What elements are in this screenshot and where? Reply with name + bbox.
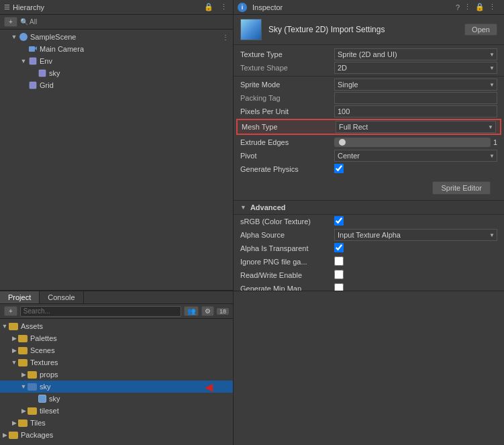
arrow-tiles: ▶ xyxy=(9,419,19,426)
srgb-checkbox[interactable] xyxy=(334,216,344,226)
inspector-help-btn[interactable]: ? xyxy=(456,3,460,11)
project-item-props[interactable]: ▶ props xyxy=(0,368,233,381)
arrow-palettes: ▶ xyxy=(9,335,19,342)
project-toolbar: + 👥 ⚙ 18 xyxy=(0,304,233,319)
project-search-input[interactable] xyxy=(20,306,181,317)
project-add-btn[interactable]: + xyxy=(4,306,17,316)
label-tileset: tileset xyxy=(40,407,59,415)
read-write-label: Read/Write Enable xyxy=(240,271,334,279)
project-item-scenes[interactable]: ▶ Scenes xyxy=(0,344,233,356)
project-filter-btn[interactable]: ⚙ xyxy=(201,306,214,316)
generate-physics-label: Generate Physics xyxy=(240,165,334,173)
project-item-sky-folder[interactable]: ▼ sky ◀ xyxy=(0,381,233,393)
project-item-textures[interactable]: ▼ Textures xyxy=(0,356,233,368)
hierarchy-item-samplescene[interactable]: ▼ SampleScene ⋮ xyxy=(0,31,233,43)
sky-sprite-icon xyxy=(38,394,47,403)
hierarchy-item-grid[interactable]: Grid xyxy=(0,79,233,91)
hierarchy-lock-btn[interactable]: 🔒 xyxy=(203,3,215,11)
sprite-editor-btn[interactable]: Sprite Editor xyxy=(432,181,491,195)
hierarchy-title: Hierarchy xyxy=(13,3,200,11)
sky-icon xyxy=(38,68,47,78)
extrude-edges-row: Extrude Edges 1 xyxy=(234,136,504,149)
grid-icon xyxy=(28,81,38,90)
hierarchy-more-btn[interactable]: ⋮ xyxy=(219,3,229,11)
project-tree: ▼ Assets ▶ Palettes ▶ xyxy=(0,319,233,445)
extrude-edges-value: 1 xyxy=(493,138,497,146)
pivot-select[interactable]: Center xyxy=(334,150,497,162)
texture-type-dropdown[interactable]: Sprite (2D and UI) xyxy=(334,48,497,60)
packing-tag-label: Packing Tag xyxy=(240,94,334,102)
project-item-palettes[interactable]: ▶ Palettes xyxy=(0,332,233,344)
console-tab[interactable]: Console xyxy=(40,291,83,303)
inspector-settings-btn[interactable]: ⋮ xyxy=(464,3,471,11)
hierarchy-item-env[interactable]: ▼ Env xyxy=(0,55,233,67)
hierarchy-item-sky[interactable]: sky xyxy=(0,67,233,79)
generate-mip-checkbox[interactable] xyxy=(334,283,344,291)
sprite-mode-dropdown[interactable]: Single xyxy=(334,79,497,91)
texture-shape-label: Texture Shape xyxy=(240,64,334,72)
palettes-folder-icon xyxy=(19,334,28,343)
label-sky-folder: sky xyxy=(40,383,51,391)
pixels-per-unit-input[interactable] xyxy=(334,105,497,117)
read-write-row: Read/Write Enable xyxy=(234,268,504,282)
alpha-source-select[interactable]: Input Texture Alpha xyxy=(334,229,497,241)
assets-folder-icon xyxy=(9,322,19,331)
project-collab-btn[interactable]: 👥 xyxy=(184,306,199,316)
alpha-transparent-checkbox[interactable] xyxy=(334,243,344,252)
generate-mip-row: Generate Mip Map xyxy=(234,282,504,291)
sprite-mode-row: Sprite Mode Single xyxy=(234,78,504,91)
open-button[interactable]: Open xyxy=(464,23,497,36)
inspector-header: i Inspector ? ⋮ 🔒 ⋮ xyxy=(234,0,504,15)
arrow-props: ▶ xyxy=(19,371,28,378)
inspector-more-btn[interactable]: ⋮ xyxy=(489,3,496,11)
mesh-type-label: Mesh Type xyxy=(242,123,336,131)
read-write-checkbox[interactable] xyxy=(334,270,344,279)
alpha-transparent-row: Alpha Is Transparent xyxy=(234,242,504,255)
packing-tag-input[interactable] xyxy=(334,92,497,104)
project-item-tiles[interactable]: ▶ Tiles xyxy=(0,417,233,429)
inspector-asset-header: Sky (Texture 2D) Import Settings Open xyxy=(234,15,504,45)
alpha-source-dropdown[interactable]: Input Texture Alpha xyxy=(334,229,497,241)
project-item-sky-sprite[interactable]: sky xyxy=(0,393,233,405)
sprite-mode-select[interactable]: Single xyxy=(334,79,497,91)
inspector-title: Inspector xyxy=(252,3,351,11)
ignore-png-checkbox[interactable] xyxy=(334,256,344,266)
scene-more-icon[interactable]: ⋮ xyxy=(222,34,229,41)
advanced-section-header[interactable]: ▼ Advanced xyxy=(234,200,504,215)
sprite-mode-label: Sprite Mode xyxy=(240,81,334,89)
pixels-per-unit-row: Pixels Per Unit xyxy=(234,105,504,118)
tiles-folder-icon xyxy=(19,418,28,428)
texture-shape-select[interactable]: 2D xyxy=(334,62,497,74)
hierarchy-tree: ▼ SampleScene ⋮ Main Camera xyxy=(0,30,233,290)
texture-shape-row: Texture Shape 2D xyxy=(234,61,504,75)
pixels-per-unit-label: Pixels Per Unit xyxy=(240,107,334,115)
project-tab[interactable]: Project xyxy=(0,291,40,303)
texture-type-row: Texture Type Sprite (2D and UI) xyxy=(234,48,504,61)
texture-type-select[interactable]: Sprite (2D and UI) xyxy=(334,48,497,60)
mesh-type-row: Mesh Type Full Rect xyxy=(236,119,501,135)
red-arrow-indicator: ◀ xyxy=(205,381,213,393)
arrow-scenes: ▶ xyxy=(9,347,19,354)
generate-mip-label: Generate Mip Map xyxy=(240,285,334,291)
extrude-edges-slider[interactable] xyxy=(334,138,491,147)
project-badge: 18 xyxy=(217,308,229,315)
hierarchy-add-btn[interactable]: + xyxy=(4,17,17,27)
mesh-type-dropdown[interactable]: Full Rect xyxy=(336,121,496,133)
mesh-type-select[interactable]: Full Rect xyxy=(336,121,496,133)
texture-shape-dropdown[interactable]: 2D xyxy=(334,62,497,74)
arrow-assets: ▼ xyxy=(0,323,9,330)
inspector-lock-btn[interactable]: 🔒 xyxy=(475,3,485,11)
svg-rect-0 xyxy=(29,46,35,52)
generate-physics-checkbox[interactable] xyxy=(334,164,344,173)
label-props: props xyxy=(40,370,58,379)
project-item-packages[interactable]: ▶ Packages xyxy=(0,429,233,441)
props-folder-icon xyxy=(28,370,38,379)
arrow-textures: ▼ xyxy=(9,359,19,366)
project-item-tileset[interactable]: ▶ tileset xyxy=(0,405,233,417)
hierarchy-item-main-camera[interactable]: Main Camera xyxy=(0,43,233,55)
pivot-dropdown[interactable]: Center xyxy=(334,150,497,162)
bottom-right-empty xyxy=(234,291,504,445)
label-samplescene: SampleScene xyxy=(30,33,77,41)
svg-rect-3 xyxy=(39,70,46,77)
project-item-assets[interactable]: ▼ Assets xyxy=(0,320,233,332)
